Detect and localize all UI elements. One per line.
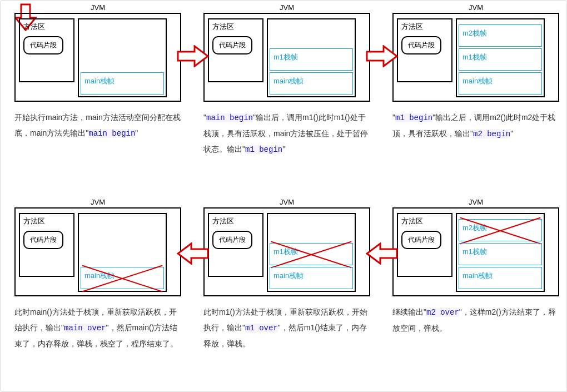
jvm-box: 方法区 代码片段 m1栈帧main栈帧 — [203, 207, 370, 296]
stack-frame-main: main栈帧 — [270, 72, 353, 95]
code-segment: 代码片段 — [212, 231, 252, 249]
code-literal: main over — [64, 324, 106, 333]
code-literal: m2 over — [426, 308, 459, 317]
call-stack: m2栈帧m1栈帧main栈帧 — [456, 18, 545, 97]
step-3: JVM 方法区 代码片段 m2栈帧m1栈帧main栈帧 "m1 begin"输出… — [392, 3, 559, 142]
step-description: 此时m1()方法处于栈顶，重新获取活跃权，开始执行，输出"m1 over"，然后… — [203, 304, 370, 351]
method-area-label: 方法区 — [212, 216, 259, 226]
call-stack: m1栈帧main栈帧 — [267, 213, 356, 292]
jvm-box: 方法区 代码片段 m2栈帧m1栈帧main栈帧 — [392, 207, 559, 296]
jvm-label: JVM — [392, 198, 559, 206]
method-area-label: 方法区 — [401, 22, 448, 32]
stack-frame-main: main栈帧 — [81, 72, 164, 95]
method-area: 方法区 代码片段 — [19, 18, 74, 82]
jvm-label: JVM — [203, 3, 370, 12]
jvm-box: 方法区 代码片段 m1栈帧main栈帧 — [203, 13, 370, 102]
method-area-label: 方法区 — [212, 22, 259, 32]
stack-frame-main: main栈帧 — [81, 267, 164, 289]
arrow-right-icon — [366, 45, 398, 67]
stack-frame-m1: m1栈帧 — [270, 243, 353, 265]
code-literal: m1 over — [245, 324, 278, 333]
step-4: JVM 方法区 代码片段 m2栈帧m1栈帧main栈帧 继续输出"m2 over… — [392, 198, 559, 336]
step-5: JVM 方法区 代码片段 m1栈帧main栈帧 此时m1()方法处于栈顶，重新获… — [203, 198, 370, 351]
method-area: 方法区 代码片段 — [19, 213, 74, 277]
step-description: 此时main()方法处于栈顶，重新获取活跃权，开始执行，输出"main over… — [14, 304, 181, 351]
stack-frame-m1: m1栈帧 — [270, 48, 353, 71]
diagram-page: JVM 方法区 代码片段 main栈帧 开始执行main方法，main方法活动空… — [0, 0, 567, 392]
step-description: "m1 begin"输出之后，调用m2()此时m2处于栈顶，具有活跃权，输出"m… — [392, 110, 559, 142]
stack-frame-m2: m2栈帧 — [459, 24, 542, 47]
stack-frame-main: main栈帧 — [459, 72, 542, 95]
code-literal: main begin — [206, 113, 253, 122]
code-segment: 代码片段 — [212, 36, 252, 54]
jvm-box: 方法区 代码片段 m2栈帧m1栈帧main栈帧 — [392, 13, 559, 102]
stack-frame-m1: m1栈帧 — [459, 48, 542, 71]
code-literal: m1 begin — [245, 145, 282, 154]
diagram-grid: JVM 方法区 代码片段 main栈帧 开始执行main方法，main方法活动空… — [14, 3, 553, 389]
stack-frame-main: main栈帧 — [459, 267, 542, 289]
stack-frame-m2: m2栈帧 — [459, 219, 542, 241]
method-area: 方法区 代码片段 — [208, 213, 263, 277]
code-segment: 代码片段 — [23, 231, 63, 249]
stack-frame-main: main栈帧 — [270, 267, 353, 289]
arrow-left-icon — [177, 242, 209, 265]
code-segment: 代码片段 — [401, 231, 441, 249]
step-description: 开始执行main方法，main方法活动空间分配在栈底，main方法先输出"mai… — [14, 110, 181, 141]
code-literal: main begin — [88, 129, 135, 138]
method-area-label: 方法区 — [23, 22, 70, 32]
jvm-box: 方法区 代码片段 main栈帧 — [14, 207, 181, 296]
method-area: 方法区 代码片段 — [208, 18, 263, 82]
step-2: JVM 方法区 代码片段 m1栈帧main栈帧 "main begin"输出后，… — [203, 3, 370, 157]
code-segment: 代码片段 — [23, 36, 63, 54]
jvm-label: JVM — [392, 3, 559, 12]
call-stack: main栈帧 — [78, 213, 167, 292]
step-6: JVM 方法区 代码片段 main栈帧 此时main()方法处于栈顶，重新获取活… — [14, 198, 181, 351]
call-stack: m2栈帧m1栈帧main栈帧 — [456, 213, 545, 292]
method-area-label: 方法区 — [401, 216, 448, 226]
code-literal: m1 begin — [395, 113, 432, 122]
method-area-label: 方法区 — [23, 216, 70, 226]
arrow-left-icon — [366, 242, 398, 265]
step-description: 继续输出"m2 over"，这样m2()方法结束了，释放空间，弹栈。 — [392, 304, 559, 336]
jvm-box: 方法区 代码片段 main栈帧 — [14, 13, 181, 102]
stack-frame-m1: m1栈帧 — [459, 243, 542, 265]
jvm-label: JVM — [203, 198, 370, 206]
jvm-label: JVM — [14, 3, 181, 12]
method-area: 方法区 代码片段 — [397, 213, 452, 277]
step-description: "main begin"输出后，调用m1()此时m1()处于栈顶，具有活跃权，m… — [203, 110, 370, 157]
code-literal: m2 begin — [473, 130, 510, 138]
arrow-right-icon — [177, 45, 209, 67]
call-stack: main栈帧 — [78, 18, 167, 97]
step-1: JVM 方法区 代码片段 main栈帧 开始执行main方法，main方法活动空… — [14, 3, 181, 141]
method-area: 方法区 代码片段 — [397, 18, 452, 82]
call-stack: m1栈帧main栈帧 — [267, 18, 356, 97]
code-segment: 代码片段 — [401, 36, 441, 54]
jvm-label: JVM — [14, 198, 181, 206]
